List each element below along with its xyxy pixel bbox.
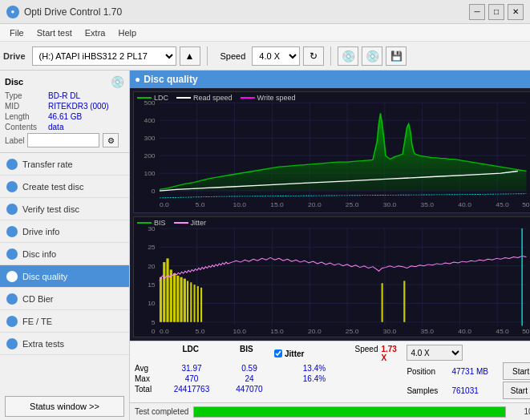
total-ldc: 24417763 <box>163 385 220 394</box>
nav-icon-verify-test <box>6 204 18 215</box>
menu-extra[interactable]: Extra <box>79 26 112 39</box>
nav-label-transfer-rate: Transfer rate <box>22 160 73 169</box>
length-value: 46.61 GB <box>48 112 82 121</box>
length-label: Length <box>5 112 47 121</box>
type-value: BD-R DL <box>48 91 80 100</box>
samples-label: Samples <box>407 386 448 395</box>
svg-text:0.0: 0.0 <box>160 328 169 334</box>
disc-section-title: Disc <box>5 77 23 87</box>
svg-text:15.0: 15.0 <box>270 202 284 208</box>
mid-label: MID <box>5 102 47 111</box>
svg-text:0: 0 <box>152 328 156 334</box>
col-header-bis: BIS <box>219 345 275 362</box>
svg-text:10.0: 10.0 <box>233 328 246 334</box>
legend-jitter-color <box>174 222 188 224</box>
contents-label: Contents <box>5 123 47 131</box>
label-key: Label <box>5 136 24 145</box>
jitter-checkbox[interactable] <box>274 349 282 357</box>
nav-icon-extra-tests <box>6 338 18 349</box>
nav-create-test-disc[interactable]: Create test disc <box>0 176 129 198</box>
eject-button[interactable]: ▲ <box>180 46 200 66</box>
nav-disc-quality[interactable]: Disc quality <box>0 265 129 288</box>
charts-area: LDC Read speed Write speed <box>130 88 530 341</box>
svg-rect-0 <box>134 92 530 212</box>
drive-select[interactable]: (H:) ATAPI iHBS312 2 PL17 <box>32 46 176 66</box>
speed-label: Speed <box>220 51 246 61</box>
nav-disc-info[interactable]: Disc info <box>0 243 129 265</box>
nav-label-extra-tests: Extra tests <box>22 339 64 349</box>
sidebar: Disc 💿 Type BD-R DL MID RITEKDR3 (000) L… <box>0 71 130 420</box>
menu-help[interactable]: Help <box>111 26 143 39</box>
status-window-button[interactable]: Status window >> <box>5 396 124 417</box>
legend-ldc: LDC <box>137 94 168 102</box>
max-bis: 24 <box>220 374 278 383</box>
svg-text:0.0: 0.0 <box>160 202 170 208</box>
nav-icon-disc-info <box>6 248 18 260</box>
svg-rect-91 <box>193 285 195 322</box>
stats-area: LDC BIS Jitter Speed 1.73 X Avg 31.97 0. <box>130 341 530 402</box>
svg-rect-87 <box>180 277 182 321</box>
minimize-button[interactable]: ─ <box>469 4 485 20</box>
disc-quality-icon: ● <box>135 74 140 85</box>
speed-current-val: 1.73 X <box>381 345 403 362</box>
col-header-jitter: Jitter <box>285 349 304 358</box>
legend-jitter-text: Jitter <box>191 219 207 227</box>
max-ldc: 470 <box>163 374 220 383</box>
svg-rect-83 <box>166 258 168 321</box>
nav-icon-transfer-rate <box>6 159 18 170</box>
max-jitter: 16.4% <box>278 374 350 383</box>
nav-icon-cd-bier <box>6 293 18 305</box>
svg-text:5: 5 <box>152 319 156 325</box>
disc-quality-header: ● Disc quality <box>130 71 530 88</box>
position-value: 47731 MB <box>451 367 500 376</box>
svg-text:25.0: 25.0 <box>346 202 359 208</box>
speed-select[interactable]: 4.0 X <box>252 46 300 66</box>
maximize-button[interactable]: □ <box>488 4 504 20</box>
nav-fe-te[interactable]: FE / TE <box>0 310 129 333</box>
nav-verify-test-disc[interactable]: Verify test disc <box>0 198 129 220</box>
menu-bar: File Start test Extra Help <box>0 24 530 42</box>
svg-text:0: 0 <box>152 188 156 194</box>
label-input[interactable] <box>27 133 99 147</box>
nav-label-fe-te: FE / TE <box>22 317 52 326</box>
content-area: ● Disc quality LDC Read speed <box>130 71 530 420</box>
start-full-button[interactable]: Start full <box>503 362 530 380</box>
svg-text:30.0: 30.0 <box>383 328 397 334</box>
disc-button-2[interactable]: 💿 <box>362 46 382 66</box>
legend-write-color <box>241 97 255 99</box>
nav-icon-create-test <box>6 181 18 192</box>
max-label: Max <box>135 374 163 383</box>
svg-text:50.0 GB: 50.0 GB <box>522 328 530 334</box>
svg-rect-92 <box>197 285 199 321</box>
svg-text:5.0: 5.0 <box>196 328 205 334</box>
nav-drive-info[interactable]: Drive info <box>0 220 129 243</box>
legend-read-color <box>176 97 191 99</box>
speed-select-stats[interactable]: 4.0 X <box>407 345 463 361</box>
close-button[interactable]: ✕ <box>508 4 524 20</box>
svg-text:20.0: 20.0 <box>308 202 322 208</box>
svg-text:100: 100 <box>144 170 156 176</box>
start-part-button[interactable]: Start part <box>503 382 530 399</box>
disc-section: Disc 💿 Type BD-R DL MID RITEKDR3 (000) L… <box>0 71 129 153</box>
mid-value: RITEKDR3 (000) <box>48 102 109 111</box>
nav-cd-bier[interactable]: CD Bier <box>0 288 129 310</box>
nav-transfer-rate[interactable]: Transfer rate <box>0 153 129 176</box>
top-chart-svg: 500 400 300 200 100 0 18X 16X 14X 12X 10… <box>134 92 530 212</box>
progress-percent: 100.0% <box>511 407 530 416</box>
svg-rect-90 <box>190 282 192 322</box>
refresh-button[interactable]: ↻ <box>303 46 324 66</box>
svg-rect-85 <box>173 273 176 322</box>
legend-jitter: Jitter <box>174 219 207 227</box>
avg-bis: 0.59 <box>220 364 278 373</box>
svg-text:35.0: 35.0 <box>421 328 435 334</box>
label-button[interactable]: ⚙ <box>103 133 119 147</box>
disc-button-1[interactable]: 💿 <box>338 46 358 66</box>
save-button[interactable]: 💾 <box>386 46 407 66</box>
legend-ldc-text: LDC <box>154 94 168 102</box>
speed-text-label: Speed <box>355 345 378 362</box>
nav-extra-tests[interactable]: Extra tests <box>0 333 129 355</box>
svg-text:20.0: 20.0 <box>308 328 322 334</box>
menu-start-test[interactable]: Start test <box>30 26 79 39</box>
menu-file[interactable]: File <box>3 26 30 39</box>
legend-ldc-color <box>137 97 152 99</box>
